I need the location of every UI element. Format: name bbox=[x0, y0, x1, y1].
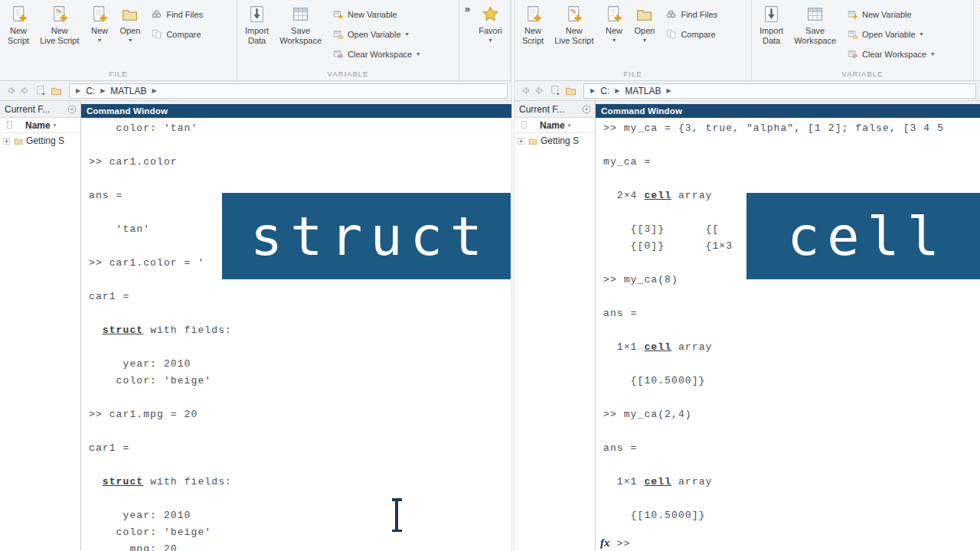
console-line bbox=[603, 423, 980, 440]
console-line bbox=[89, 390, 511, 406]
fx-button[interactable]: fx bbox=[600, 536, 610, 549]
save-workspace-button[interactable]: Save Workspace bbox=[275, 2, 326, 46]
ribbon-section-label: FILE bbox=[514, 69, 751, 80]
ribbon-overflow-chevron[interactable]: » bbox=[977, 2, 980, 15]
forward-icon[interactable] bbox=[19, 84, 32, 97]
new-button[interactable]: New▾ bbox=[599, 2, 628, 44]
new-live-script-button[interactable]: New Live Script bbox=[550, 2, 598, 46]
button-label: Compare bbox=[166, 30, 201, 39]
button-label: New Script bbox=[8, 26, 29, 46]
address-bar: ▶ C: ▶ MATLAB ▶ bbox=[0, 81, 511, 101]
find-files-icon bbox=[151, 8, 162, 20]
dropdown-arrow-icon: ▾ bbox=[920, 31, 923, 37]
compare-button[interactable]: Compare bbox=[665, 28, 717, 40]
current-folder-header: Current F... bbox=[0, 101, 80, 118]
save-workspace-icon bbox=[805, 5, 825, 24]
new-button[interactable]: New▾ bbox=[85, 2, 113, 44]
cell-banner: cell bbox=[746, 193, 980, 279]
address-path[interactable]: ▶ C: ▶ MATLAB ▶ bbox=[583, 83, 976, 99]
breadcrumb-drive[interactable]: C: bbox=[600, 86, 609, 96]
folder-icon bbox=[528, 135, 538, 146]
console-line: year: 2010 bbox=[89, 507, 511, 524]
command-window-body[interactable]: color: 'tan' >> car1.color ans = 'tan' >… bbox=[81, 118, 511, 551]
new-variable-icon bbox=[847, 8, 858, 20]
clear-workspace-icon bbox=[847, 48, 858, 60]
console-line bbox=[89, 457, 511, 474]
open-variable-button[interactable]: Open Variable▾ bbox=[847, 28, 934, 40]
recent-docs-icon[interactable] bbox=[34, 84, 47, 97]
console-line: car1 = bbox=[89, 289, 511, 305]
button-label: Favori bbox=[479, 26, 502, 36]
new-live-script-button[interactable]: New Live Script bbox=[35, 2, 83, 46]
console-line: >> my_ca = {3, true, "alpha", [1 2]; fal… bbox=[603, 120, 980, 137]
button-label: Import Data bbox=[245, 26, 269, 46]
breadcrumb-folder[interactable]: MATLAB bbox=[625, 86, 661, 96]
name-column-header[interactable]: Name ▾ bbox=[514, 118, 595, 133]
cell-banner-label: cell bbox=[779, 205, 947, 268]
new-script-icon bbox=[524, 5, 543, 24]
recent-docs-icon[interactable] bbox=[549, 84, 562, 97]
save-workspace-button[interactable]: Save Workspace bbox=[789, 2, 841, 46]
console-line: color: 'beige' bbox=[89, 524, 511, 541]
forward-icon[interactable] bbox=[534, 84, 547, 97]
new-variable-icon bbox=[332, 8, 344, 20]
import-data-button[interactable]: Import Data bbox=[755, 2, 788, 46]
clear-workspace-button[interactable]: Clear Workspace▾ bbox=[332, 48, 420, 60]
command-window-title[interactable]: Command Window bbox=[81, 104, 511, 118]
import-data-button[interactable]: Import Data bbox=[240, 2, 273, 46]
folder-item-getting-started[interactable]: Getting S bbox=[514, 133, 595, 148]
browse-folder-icon[interactable] bbox=[50, 84, 63, 97]
dropdown-arrow-icon: ▾ bbox=[406, 31, 409, 37]
button-label: New Live Script bbox=[40, 26, 79, 46]
compare-icon bbox=[665, 28, 677, 40]
new-script-button[interactable]: New Script bbox=[518, 2, 548, 46]
breadcrumb-arrow-icon: ▶ bbox=[76, 87, 80, 94]
panel-menu-icon[interactable] bbox=[67, 104, 77, 115]
compare-button[interactable]: Compare bbox=[151, 28, 203, 40]
text-cursor-icon bbox=[389, 497, 404, 533]
expand-icon[interactable] bbox=[517, 137, 525, 145]
dropdown-arrow-icon: ▾ bbox=[129, 37, 132, 44]
button-label: New Variable bbox=[348, 10, 397, 19]
current-folder-header: Current F... bbox=[514, 101, 595, 118]
favori-button[interactable]: Favori▾ bbox=[474, 2, 507, 44]
address-path[interactable]: ▶ C: ▶ MATLAB ▶ bbox=[69, 83, 508, 99]
expand-icon[interactable] bbox=[2, 137, 11, 145]
new-variable-button[interactable]: New Variable bbox=[847, 8, 934, 20]
current-folder-title: Current F... bbox=[5, 104, 50, 115]
back-icon[interactable] bbox=[518, 84, 531, 97]
breadcrumb-arrow-icon: ▶ bbox=[615, 87, 619, 94]
console-line bbox=[603, 491, 980, 507]
new-variable-button[interactable]: New Variable bbox=[332, 8, 420, 20]
ribbon-overflow-chevron[interactable]: » bbox=[462, 2, 472, 15]
console-line bbox=[603, 457, 980, 474]
find-files-button[interactable]: Find Files bbox=[151, 8, 203, 20]
command-window-title[interactable]: Command Window bbox=[596, 104, 980, 118]
address-nav-icons bbox=[518, 84, 577, 97]
file-icon bbox=[519, 120, 529, 130]
console-line: year: 2010 bbox=[89, 356, 511, 373]
breadcrumb-folder[interactable]: MATLAB bbox=[110, 86, 146, 96]
breadcrumb-arrow-icon: ▶ bbox=[100, 87, 105, 94]
button-label: Open Variable bbox=[862, 30, 916, 39]
name-column-header[interactable]: Name ▾ bbox=[0, 118, 80, 133]
find-files-button[interactable]: Find Files bbox=[665, 8, 717, 20]
console-line: 1×1 cell array bbox=[603, 339, 980, 356]
new-live-script-icon bbox=[50, 5, 69, 24]
back-icon[interactable] bbox=[4, 84, 17, 97]
favorites-icon bbox=[481, 5, 500, 24]
command-window-body[interactable]: >> my_ca = {3, true, "alpha", [1 2]; fal… bbox=[596, 118, 980, 551]
console-line: {[10.5000]} bbox=[603, 373, 980, 390]
breadcrumb-drive[interactable]: C: bbox=[86, 86, 95, 96]
clear-workspace-button[interactable]: Clear Workspace▾ bbox=[847, 48, 934, 60]
console-line: car1 = bbox=[89, 440, 511, 457]
new-script-icon bbox=[9, 5, 28, 24]
breadcrumb-arrow-icon: ▶ bbox=[590, 87, 595, 94]
browse-folder-icon[interactable] bbox=[564, 84, 577, 97]
folder-item-getting-started[interactable]: Getting S bbox=[0, 133, 80, 148]
new-script-button[interactable]: New Script bbox=[3, 2, 34, 46]
open-button[interactable]: Open▾ bbox=[629, 2, 659, 44]
open-variable-button[interactable]: Open Variable▾ bbox=[332, 28, 420, 40]
open-button[interactable]: Open▾ bbox=[115, 2, 145, 44]
panel-menu-icon[interactable] bbox=[581, 104, 592, 115]
